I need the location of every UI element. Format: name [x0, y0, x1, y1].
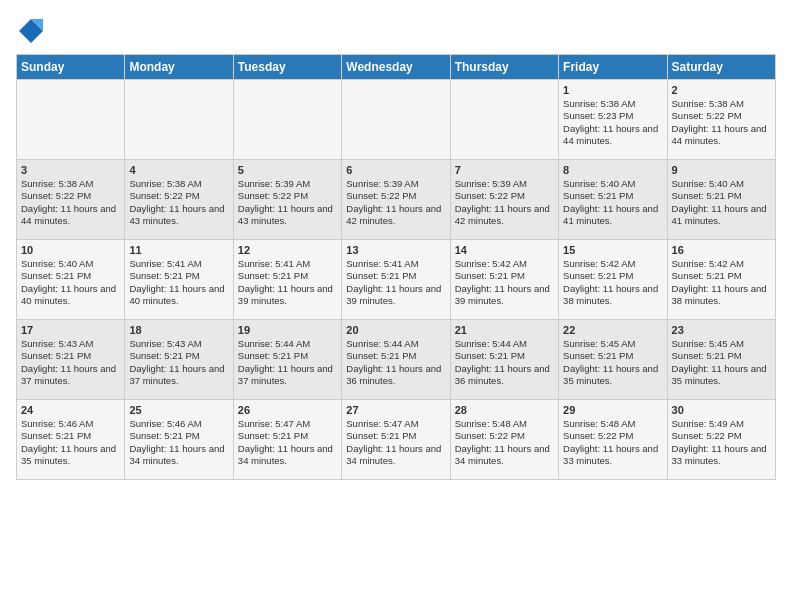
calendar-cell — [125, 80, 233, 160]
day-info: Sunrise: 5:38 AM Sunset: 5:22 PM Dayligh… — [672, 98, 771, 147]
page-header — [16, 16, 776, 46]
calendar-cell: 14Sunrise: 5:42 AM Sunset: 5:21 PM Dayli… — [450, 240, 558, 320]
day-number: 11 — [129, 244, 228, 256]
day-number: 3 — [21, 164, 120, 176]
calendar-cell: 29Sunrise: 5:48 AM Sunset: 5:22 PM Dayli… — [559, 400, 667, 480]
logo — [16, 16, 50, 46]
day-number: 18 — [129, 324, 228, 336]
day-number: 29 — [563, 404, 662, 416]
day-info: Sunrise: 5:48 AM Sunset: 5:22 PM Dayligh… — [563, 418, 662, 467]
logo-icon — [16, 16, 46, 46]
day-number: 20 — [346, 324, 445, 336]
calendar-week-row: 24Sunrise: 5:46 AM Sunset: 5:21 PM Dayli… — [17, 400, 776, 480]
day-number: 5 — [238, 164, 337, 176]
calendar-cell: 30Sunrise: 5:49 AM Sunset: 5:22 PM Dayli… — [667, 400, 775, 480]
calendar-table: SundayMondayTuesdayWednesdayThursdayFrid… — [16, 54, 776, 480]
day-number: 9 — [672, 164, 771, 176]
calendar-cell: 27Sunrise: 5:47 AM Sunset: 5:21 PM Dayli… — [342, 400, 450, 480]
calendar-cell — [17, 80, 125, 160]
day-number: 1 — [563, 84, 662, 96]
day-number: 15 — [563, 244, 662, 256]
calendar-cell: 4Sunrise: 5:38 AM Sunset: 5:22 PM Daylig… — [125, 160, 233, 240]
calendar-cell: 7Sunrise: 5:39 AM Sunset: 5:22 PM Daylig… — [450, 160, 558, 240]
calendar-week-row: 10Sunrise: 5:40 AM Sunset: 5:21 PM Dayli… — [17, 240, 776, 320]
day-info: Sunrise: 5:43 AM Sunset: 5:21 PM Dayligh… — [21, 338, 120, 387]
calendar-cell: 24Sunrise: 5:46 AM Sunset: 5:21 PM Dayli… — [17, 400, 125, 480]
column-header-monday: Monday — [125, 55, 233, 80]
day-info: Sunrise: 5:46 AM Sunset: 5:21 PM Dayligh… — [21, 418, 120, 467]
day-info: Sunrise: 5:42 AM Sunset: 5:21 PM Dayligh… — [672, 258, 771, 307]
calendar-cell: 9Sunrise: 5:40 AM Sunset: 5:21 PM Daylig… — [667, 160, 775, 240]
calendar-cell: 21Sunrise: 5:44 AM Sunset: 5:21 PM Dayli… — [450, 320, 558, 400]
day-info: Sunrise: 5:43 AM Sunset: 5:21 PM Dayligh… — [129, 338, 228, 387]
column-header-thursday: Thursday — [450, 55, 558, 80]
day-number: 16 — [672, 244, 771, 256]
calendar-cell: 18Sunrise: 5:43 AM Sunset: 5:21 PM Dayli… — [125, 320, 233, 400]
day-number: 17 — [21, 324, 120, 336]
calendar-cell: 17Sunrise: 5:43 AM Sunset: 5:21 PM Dayli… — [17, 320, 125, 400]
column-header-saturday: Saturday — [667, 55, 775, 80]
day-info: Sunrise: 5:40 AM Sunset: 5:21 PM Dayligh… — [21, 258, 120, 307]
day-info: Sunrise: 5:41 AM Sunset: 5:21 PM Dayligh… — [346, 258, 445, 307]
day-info: Sunrise: 5:41 AM Sunset: 5:21 PM Dayligh… — [129, 258, 228, 307]
column-header-sunday: Sunday — [17, 55, 125, 80]
day-number: 21 — [455, 324, 554, 336]
day-number: 6 — [346, 164, 445, 176]
calendar-cell: 1Sunrise: 5:38 AM Sunset: 5:23 PM Daylig… — [559, 80, 667, 160]
calendar-cell: 6Sunrise: 5:39 AM Sunset: 5:22 PM Daylig… — [342, 160, 450, 240]
column-header-friday: Friday — [559, 55, 667, 80]
day-info: Sunrise: 5:39 AM Sunset: 5:22 PM Dayligh… — [346, 178, 445, 227]
day-info: Sunrise: 5:42 AM Sunset: 5:21 PM Dayligh… — [563, 258, 662, 307]
calendar-cell: 20Sunrise: 5:44 AM Sunset: 5:21 PM Dayli… — [342, 320, 450, 400]
day-number: 24 — [21, 404, 120, 416]
day-number: 2 — [672, 84, 771, 96]
day-info: Sunrise: 5:42 AM Sunset: 5:21 PM Dayligh… — [455, 258, 554, 307]
day-number: 7 — [455, 164, 554, 176]
calendar-cell: 8Sunrise: 5:40 AM Sunset: 5:21 PM Daylig… — [559, 160, 667, 240]
calendar-cell: 22Sunrise: 5:45 AM Sunset: 5:21 PM Dayli… — [559, 320, 667, 400]
calendar-cell: 15Sunrise: 5:42 AM Sunset: 5:21 PM Dayli… — [559, 240, 667, 320]
day-number: 13 — [346, 244, 445, 256]
day-info: Sunrise: 5:45 AM Sunset: 5:21 PM Dayligh… — [672, 338, 771, 387]
calendar-cell: 12Sunrise: 5:41 AM Sunset: 5:21 PM Dayli… — [233, 240, 341, 320]
day-number: 28 — [455, 404, 554, 416]
calendar-cell: 23Sunrise: 5:45 AM Sunset: 5:21 PM Dayli… — [667, 320, 775, 400]
day-number: 25 — [129, 404, 228, 416]
column-header-tuesday: Tuesday — [233, 55, 341, 80]
day-info: Sunrise: 5:38 AM Sunset: 5:23 PM Dayligh… — [563, 98, 662, 147]
day-info: Sunrise: 5:40 AM Sunset: 5:21 PM Dayligh… — [563, 178, 662, 227]
day-info: Sunrise: 5:41 AM Sunset: 5:21 PM Dayligh… — [238, 258, 337, 307]
day-number: 8 — [563, 164, 662, 176]
day-number: 14 — [455, 244, 554, 256]
day-info: Sunrise: 5:46 AM Sunset: 5:21 PM Dayligh… — [129, 418, 228, 467]
day-info: Sunrise: 5:38 AM Sunset: 5:22 PM Dayligh… — [129, 178, 228, 227]
day-number: 4 — [129, 164, 228, 176]
day-number: 23 — [672, 324, 771, 336]
day-number: 30 — [672, 404, 771, 416]
day-info: Sunrise: 5:44 AM Sunset: 5:21 PM Dayligh… — [346, 338, 445, 387]
calendar-cell — [233, 80, 341, 160]
calendar-cell: 26Sunrise: 5:47 AM Sunset: 5:21 PM Dayli… — [233, 400, 341, 480]
day-number: 19 — [238, 324, 337, 336]
day-number: 26 — [238, 404, 337, 416]
day-info: Sunrise: 5:47 AM Sunset: 5:21 PM Dayligh… — [238, 418, 337, 467]
calendar-cell: 19Sunrise: 5:44 AM Sunset: 5:21 PM Dayli… — [233, 320, 341, 400]
calendar-week-row: 3Sunrise: 5:38 AM Sunset: 5:22 PM Daylig… — [17, 160, 776, 240]
day-info: Sunrise: 5:47 AM Sunset: 5:21 PM Dayligh… — [346, 418, 445, 467]
calendar-cell: 13Sunrise: 5:41 AM Sunset: 5:21 PM Dayli… — [342, 240, 450, 320]
calendar-cell: 10Sunrise: 5:40 AM Sunset: 5:21 PM Dayli… — [17, 240, 125, 320]
day-info: Sunrise: 5:49 AM Sunset: 5:22 PM Dayligh… — [672, 418, 771, 467]
day-info: Sunrise: 5:39 AM Sunset: 5:22 PM Dayligh… — [238, 178, 337, 227]
calendar-cell: 5Sunrise: 5:39 AM Sunset: 5:22 PM Daylig… — [233, 160, 341, 240]
calendar-cell: 2Sunrise: 5:38 AM Sunset: 5:22 PM Daylig… — [667, 80, 775, 160]
calendar-cell: 28Sunrise: 5:48 AM Sunset: 5:22 PM Dayli… — [450, 400, 558, 480]
day-info: Sunrise: 5:44 AM Sunset: 5:21 PM Dayligh… — [238, 338, 337, 387]
day-info: Sunrise: 5:44 AM Sunset: 5:21 PM Dayligh… — [455, 338, 554, 387]
day-info: Sunrise: 5:48 AM Sunset: 5:22 PM Dayligh… — [455, 418, 554, 467]
day-info: Sunrise: 5:40 AM Sunset: 5:21 PM Dayligh… — [672, 178, 771, 227]
day-number: 27 — [346, 404, 445, 416]
calendar-week-row: 17Sunrise: 5:43 AM Sunset: 5:21 PM Dayli… — [17, 320, 776, 400]
calendar-cell: 16Sunrise: 5:42 AM Sunset: 5:21 PM Dayli… — [667, 240, 775, 320]
calendar-cell — [450, 80, 558, 160]
calendar-cell — [342, 80, 450, 160]
